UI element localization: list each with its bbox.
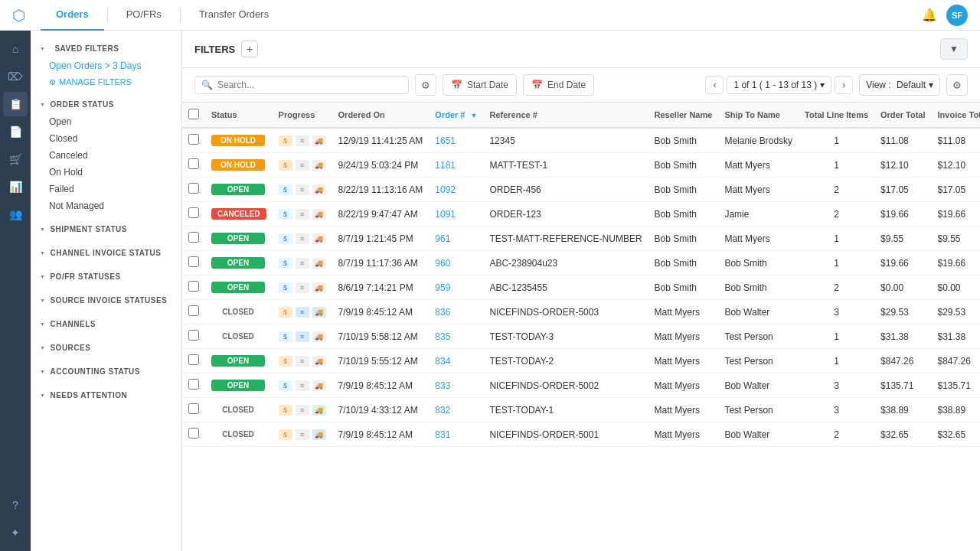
- action-icons-12: $≡🚚: [279, 429, 326, 440]
- col-ship-to[interactable]: Ship To Name: [718, 103, 799, 128]
- row-status-0: ON HOLD: [205, 128, 273, 153]
- status-badge-7: CLOSED: [211, 306, 265, 318]
- row-checkbox-6[interactable]: [188, 281, 199, 292]
- row-order-num-1[interactable]: 1181: [429, 153, 483, 178]
- row-status-8: CLOSED: [205, 324, 273, 349]
- sidebar-settings-icon[interactable]: ✦: [3, 520, 28, 545]
- filter-canceled[interactable]: Canceled: [31, 147, 181, 164]
- logo-icon[interactable]: ⬡: [12, 6, 25, 24]
- channel-invoice-section: CHANNEL INVOICE STATUS: [31, 241, 181, 265]
- row-checkbox-1[interactable]: [188, 158, 199, 169]
- notification-icon[interactable]: 🔔: [922, 8, 937, 22]
- sidebar-home-icon[interactable]: ⌂: [3, 37, 28, 61]
- col-reference[interactable]: Reference #: [483, 103, 648, 128]
- row-order-num-3[interactable]: 1091: [429, 202, 483, 227]
- prev-page-button[interactable]: ‹: [705, 76, 724, 94]
- add-filter-button[interactable]: +: [241, 41, 258, 57]
- action-icons-0: $≡🚚: [279, 135, 326, 146]
- source-invoice-header[interactable]: SOURCE INVOICE STATUSES: [31, 292, 181, 309]
- page-info[interactable]: 1 of 1 ( 1 - 13 of 13 ) ▾: [727, 76, 831, 94]
- order-status-header[interactable]: ORDER STATUS: [31, 96, 181, 113]
- row-invoice-total-7: $29.53: [932, 300, 980, 324]
- pofr-statuses-header[interactable]: PO/FR STATUSES: [31, 268, 181, 285]
- filter-on-hold[interactable]: On Hold: [31, 164, 181, 181]
- channel-invoice-header[interactable]: CHANNEL INVOICE STATUS: [31, 244, 181, 262]
- filter-not-managed[interactable]: Not Managed: [31, 197, 181, 214]
- col-progress[interactable]: Progress: [273, 103, 332, 128]
- search-input[interactable]: [217, 80, 402, 90]
- row-checkbox-10[interactable]: [188, 379, 199, 390]
- status-badge-2: OPEN: [211, 184, 265, 195]
- col-line-items[interactable]: Total Line Items: [799, 103, 874, 128]
- col-ordered-on[interactable]: Ordered On: [332, 103, 430, 128]
- accounting-status-header[interactable]: ACCOUNTING STATUS: [31, 363, 181, 380]
- col-order-total[interactable]: Order Total: [874, 103, 931, 128]
- channels-section: CHANNELS: [31, 312, 181, 336]
- row-order-num-6[interactable]: 959: [429, 276, 483, 300]
- row-checkbox-0[interactable]: [188, 134, 199, 145]
- view-selector[interactable]: View : Default ▾: [859, 74, 940, 96]
- row-checkbox-11[interactable]: [188, 403, 199, 414]
- start-date-picker[interactable]: 📅 Start Date: [443, 74, 517, 96]
- tab-orders[interactable]: Orders: [41, 0, 104, 31]
- row-checkbox-5[interactable]: [188, 256, 199, 267]
- sources-header[interactable]: SOURCES: [31, 339, 181, 357]
- action-icons-7: $≡🚚: [279, 307, 326, 318]
- filter-failed[interactable]: Failed: [31, 181, 181, 197]
- tab-transfer-orders[interactable]: Transfer Orders: [184, 0, 284, 31]
- sidebar-help-icon[interactable]: ?: [3, 493, 28, 517]
- row-order-num-7[interactable]: 836: [429, 300, 483, 324]
- nav-tabs: Orders PO/FRs Transfer Orders: [41, 0, 922, 31]
- row-order-num-2[interactable]: 1092: [429, 178, 483, 202]
- row-progress-6: $≡🚚: [273, 276, 332, 300]
- search-settings-button[interactable]: ⚙: [415, 74, 436, 96]
- saved-filter-open-orders[interactable]: Open Orders > 3 Days: [31, 57, 181, 74]
- row-line-items-12: 2: [799, 422, 874, 447]
- action-icons-4: $≡🚚: [279, 233, 326, 244]
- row-order-num-0[interactable]: 1651: [429, 128, 483, 153]
- row-order-num-8[interactable]: 835: [429, 324, 483, 349]
- channels-header[interactable]: CHANNELS: [31, 315, 181, 333]
- row-order-num-9[interactable]: 834: [429, 349, 483, 373]
- col-invoice-total[interactable]: Invoice Total: [932, 103, 980, 128]
- row-order-num-11[interactable]: 832: [429, 398, 483, 422]
- row-checkbox-8[interactable]: [188, 330, 199, 341]
- sidebar-chart-icon[interactable]: 📊: [3, 174, 28, 199]
- row-order-num-4[interactable]: 961: [429, 227, 483, 251]
- saved-filters-header[interactable]: SAVED FILTERS: [31, 40, 181, 57]
- row-invoice-total-10: $135.71: [932, 373, 980, 398]
- row-checkbox-2[interactable]: [188, 183, 199, 194]
- filter-open[interactable]: Open: [31, 113, 181, 130]
- column-settings-button[interactable]: ⚙: [946, 74, 968, 96]
- next-page-button[interactable]: ›: [835, 76, 853, 94]
- row-invoice-total-9: $847.26: [932, 349, 980, 373]
- col-reseller[interactable]: Reseller Name: [648, 103, 719, 128]
- col-order-num[interactable]: Order # ▼: [429, 103, 483, 128]
- select-all-checkbox[interactable]: [188, 109, 199, 119]
- row-progress-2: $≡🚚: [273, 178, 332, 202]
- user-avatar[interactable]: SF: [946, 5, 968, 26]
- sidebar-tag-icon[interactable]: ⌦: [3, 64, 28, 89]
- row-checkbox-7[interactable]: [188, 305, 199, 316]
- row-checkbox-9[interactable]: [188, 354, 199, 365]
- sidebar-cart-icon[interactable]: 🛒: [3, 147, 28, 171]
- tab-pofrs[interactable]: PO/FRs: [111, 0, 177, 31]
- col-status[interactable]: Status: [205, 103, 273, 128]
- sidebar-document-icon[interactable]: 📄: [3, 119, 28, 144]
- shipment-status-header[interactable]: SHIPMENT STATUS: [31, 220, 181, 238]
- action-icons-8: $≡🚚: [279, 331, 326, 342]
- row-order-num-5[interactable]: 960: [429, 251, 483, 276]
- row-order-num-10[interactable]: 833: [429, 373, 483, 398]
- end-date-picker[interactable]: 📅 End Date: [523, 74, 594, 96]
- needs-attention-header[interactable]: NEEDS ATTENTION: [31, 386, 181, 404]
- filter-closed[interactable]: Closed: [31, 130, 181, 147]
- row-checkbox-3[interactable]: [188, 207, 199, 218]
- collapse-filters-button[interactable]: ▼: [940, 38, 968, 60]
- sidebar-users-icon[interactable]: 👥: [3, 202, 28, 227]
- row-checkbox-4[interactable]: [188, 232, 199, 243]
- sidebar-orders-icon[interactable]: 📋: [3, 92, 28, 116]
- page-info-text: 1 of 1 ( 1 - 13 of 13 ): [733, 80, 817, 90]
- manage-filters-link[interactable]: ⚙ MANAGE FILTERS: [31, 74, 181, 90]
- row-order-num-12[interactable]: 831: [429, 422, 483, 447]
- row-checkbox-12[interactable]: [188, 428, 199, 439]
